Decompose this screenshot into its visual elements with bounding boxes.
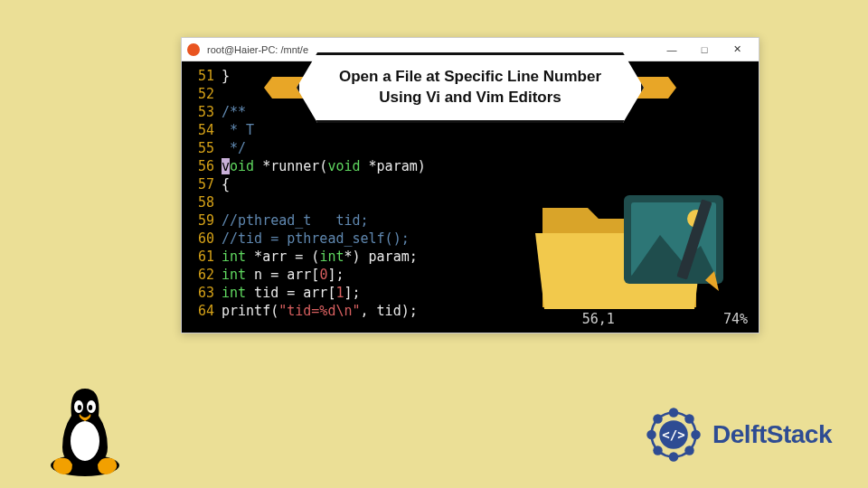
- line-content: }: [222, 67, 230, 85]
- line-number: 62: [189, 266, 214, 284]
- svg-text:</>: </>: [662, 427, 684, 442]
- linux-tux-icon: [40, 380, 130, 479]
- svg-point-15: [669, 452, 679, 462]
- line-number: 64: [189, 302, 214, 320]
- title-line-2: Using Vi and Vim Editors: [379, 88, 561, 108]
- svg-point-13: [691, 430, 701, 440]
- line-number: 53: [189, 103, 214, 121]
- svg-point-11: [669, 408, 679, 418]
- svg-point-9: [89, 405, 92, 410]
- line-content: //pthread_t tid;: [222, 211, 369, 230]
- line-number: 54: [189, 121, 214, 139]
- line-content: */: [222, 139, 246, 157]
- line-number: 57: [189, 175, 214, 193]
- article-title-banner: Open a File at Specific Line Number Usin…: [297, 52, 644, 123]
- line-content: printf("tid=%d\n", tid);: [222, 302, 418, 320]
- delftstack-logo: </> DelftStack: [642, 403, 832, 466]
- code-line[interactable]: 55 */: [189, 139, 751, 157]
- line-content: void *runner(void *param): [222, 157, 426, 175]
- title-text-box: Open a File at Specific Line Number Usin…: [297, 52, 644, 123]
- title-line-1: Open a File at Specific Line Number: [339, 67, 601, 88]
- line-number: 60: [189, 230, 214, 248]
- line-content: int *arr = (int*) param;: [222, 248, 418, 266]
- line-number: 59: [189, 211, 214, 230]
- code-line[interactable]: 54 * T: [189, 121, 751, 139]
- svg-point-17: [646, 430, 656, 440]
- line-content: /**: [222, 103, 246, 121]
- line-number: 51: [189, 67, 214, 85]
- line-content: //tid = pthread_self();: [222, 230, 410, 248]
- line-number: 58: [189, 193, 214, 211]
- delftstack-text: DelftStack: [712, 420, 832, 449]
- window-controls: — □ ✕: [656, 40, 753, 60]
- delftstack-emblem-icon: </>: [642, 403, 705, 466]
- svg-point-8: [78, 405, 81, 410]
- minimize-button[interactable]: —: [656, 40, 688, 60]
- line-content: int n = arr[0];: [222, 266, 344, 284]
- maximize-button[interactable]: □: [688, 40, 721, 60]
- ubuntu-icon: [187, 43, 200, 56]
- svg-point-16: [653, 446, 663, 455]
- line-content: int tid = arr[1];: [222, 284, 361, 302]
- line-number: 61: [189, 248, 214, 266]
- line-number: 56: [189, 157, 214, 175]
- line-content: {: [222, 175, 230, 193]
- folder-image-illustration: [524, 163, 732, 325]
- close-button[interactable]: ✕: [721, 40, 753, 60]
- svg-point-14: [684, 446, 694, 455]
- svg-point-5: [71, 421, 99, 461]
- line-number: 63: [189, 284, 214, 302]
- line-content: * T: [222, 121, 254, 139]
- svg-point-18: [653, 414, 663, 424]
- svg-point-12: [684, 414, 694, 424]
- line-number: 55: [189, 139, 214, 157]
- line-number: 52: [189, 85, 214, 103]
